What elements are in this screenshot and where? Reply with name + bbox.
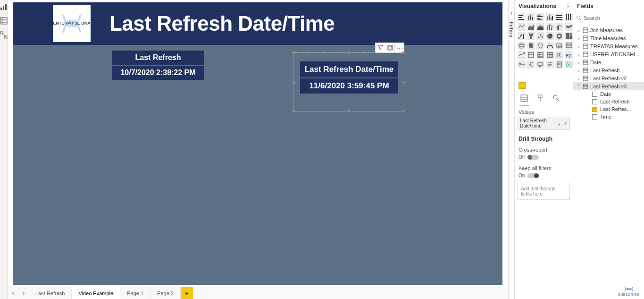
field-row[interactable]: Last Refres... <box>573 105 644 113</box>
resize-handle[interactable] <box>292 110 295 112</box>
arcgis-icon[interactable] <box>565 60 573 68</box>
resize-handle[interactable] <box>292 81 295 84</box>
report-view-icon[interactable] <box>0 3 8 10</box>
field-table-row[interactable]: ⌄Time Measures <box>573 34 644 42</box>
expand-filters-icon[interactable]: ‹ <box>510 9 512 17</box>
tabs-prev-icon[interactable]: ‹ <box>8 287 18 299</box>
report-canvas[interactable]: ENTERPRISE DNA Last Refresh Date/Time La… <box>13 2 502 285</box>
resize-handle[interactable] <box>402 51 405 54</box>
svg-rect-88 <box>538 95 542 97</box>
key-influencers-icon[interactable] <box>518 60 526 68</box>
resize-handle[interactable] <box>292 51 295 54</box>
more-options-icon[interactable]: ⋯ <box>394 43 404 52</box>
field-table-row[interactable]: ⌄USERELATIONSHI... <box>573 50 644 58</box>
python-visual-icon[interactable]: Py <box>565 51 573 59</box>
waterfall-icon[interactable] <box>518 32 526 40</box>
funnel-icon[interactable] <box>527 32 535 40</box>
tabs-next-icon[interactable]: › <box>18 287 29 299</box>
stacked-bar-100-icon[interactable] <box>555 13 563 21</box>
search-input[interactable] <box>584 15 644 21</box>
card-icon[interactable]: 123 <box>555 42 563 50</box>
field-checkbox[interactable] <box>592 92 597 97</box>
table-icon[interactable] <box>536 51 544 59</box>
stacked-area-icon[interactable] <box>536 23 544 31</box>
model-view-icon[interactable] <box>0 31 8 39</box>
smart-narrative-icon[interactable] <box>546 60 554 68</box>
page-tab[interactable]: Last Refresh <box>29 287 72 299</box>
drill-through-drop-zone[interactable]: Add drill-through fields here <box>518 183 570 200</box>
resize-handle[interactable] <box>402 110 405 112</box>
keep-filters-toggle[interactable] <box>527 173 539 178</box>
stacked-bar-icon[interactable] <box>518 13 526 21</box>
field-table-row[interactable]: ⌃Last Refresh v3 <box>573 82 644 90</box>
remove-field-icon[interactable]: ✕ <box>564 121 568 126</box>
fields-tab-icon[interactable] <box>519 94 529 103</box>
chevron-icon[interactable]: ⌄ <box>576 35 581 41</box>
kpi-icon[interactable] <box>518 51 526 59</box>
decomposition-tree-icon[interactable] <box>527 60 535 68</box>
multi-row-card-icon[interactable] <box>565 42 573 50</box>
focus-mode-icon[interactable] <box>385 43 394 52</box>
field-table-row[interactable]: ⌄Date <box>573 58 644 66</box>
treemap-icon[interactable] <box>565 32 573 40</box>
page-tab[interactable]: Video Example <box>72 287 120 299</box>
matrix-icon[interactable] <box>546 51 554 59</box>
line-stacked-column-icon[interactable] <box>546 23 554 31</box>
filter-icon[interactable] <box>376 43 385 52</box>
field-table-row[interactable]: ⌄Job Measures <box>573 26 644 34</box>
filled-map-icon[interactable] <box>527 42 535 50</box>
scatter-icon[interactable] <box>536 32 544 40</box>
analytics-tab-icon[interactable] <box>552 94 561 103</box>
line-clustered-column-icon[interactable] <box>555 23 563 31</box>
map-icon[interactable] <box>518 42 526 50</box>
page-tab[interactable]: Page 1 <box>120 287 151 299</box>
card-last-refresh[interactable]: Last Refresh 10/7/2020 2:38:22 PM <box>112 51 204 80</box>
add-page-button[interactable]: + <box>181 287 193 299</box>
page-tab[interactable]: Page 2 <box>151 287 181 299</box>
collapse-viz-icon[interactable]: › <box>567 3 569 9</box>
field-table-row[interactable]: ⌄TREATAS Measures <box>573 42 644 50</box>
area-chart-icon[interactable] <box>527 23 535 31</box>
gauge-icon[interactable] <box>546 42 554 50</box>
azure-map-icon[interactable] <box>536 42 544 50</box>
chevron-icon[interactable]: ⌄ <box>576 75 581 81</box>
donut-icon[interactable] <box>555 32 563 40</box>
line-chart-icon[interactable] <box>518 23 526 31</box>
format-tab-icon[interactable] <box>535 94 545 103</box>
chevron-icon[interactable]: ⌄ <box>576 51 581 57</box>
clustered-column-icon[interactable] <box>546 13 554 21</box>
chevron-icon[interactable]: ⌄ <box>576 59 581 65</box>
cross-report-toggle[interactable] <box>527 155 539 160</box>
clustered-bar-icon[interactable] <box>536 13 544 21</box>
viz-more-icon[interactable]: ⋯ <box>515 71 573 80</box>
resize-handle[interactable] <box>347 51 350 54</box>
chevron-icon[interactable]: ⌃ <box>576 83 581 89</box>
value-field-pill[interactable]: Last Refresh Date/Time ⌄✕ <box>518 117 570 130</box>
chevron-icon[interactable]: ⌄ <box>576 67 581 73</box>
filters-pane-collapsed[interactable]: ‹ Filters <box>508 0 515 299</box>
resize-handle[interactable] <box>402 81 405 84</box>
field-checkbox[interactable] <box>592 114 597 120</box>
field-checkbox[interactable] <box>592 107 597 112</box>
pie-icon[interactable] <box>546 32 554 40</box>
ribbon-chart-icon[interactable] <box>565 23 573 31</box>
chevron-icon[interactable]: ⌄ <box>576 27 581 33</box>
data-view-icon[interactable] <box>0 17 8 25</box>
chevron-down-icon[interactable]: ⌄ <box>557 121 561 126</box>
field-row[interactable]: Last Refresh <box>573 98 644 105</box>
stacked-column-icon[interactable] <box>527 13 535 21</box>
field-table-row[interactable]: ⌄Last Refresh v2 <box>573 74 644 82</box>
field-row[interactable]: Date <box>573 90 644 98</box>
fields-search[interactable] <box>576 14 644 22</box>
card-last-refresh-datetime-selected[interactable]: ⋯ Last Refresh Date/Time 11/6/2020 3:59:… <box>293 52 404 111</box>
paginated-report-icon[interactable] <box>555 60 563 68</box>
r-visual-icon[interactable]: R <box>555 51 563 59</box>
field-row[interactable]: Time <box>573 113 644 120</box>
chevron-icon[interactable]: ⌄ <box>576 43 581 49</box>
field-table-row[interactable]: ⌄Last Refresh <box>573 66 644 74</box>
slicer-icon[interactable] <box>527 51 535 59</box>
resize-handle[interactable] <box>347 110 350 112</box>
field-checkbox[interactable] <box>592 99 597 104</box>
stacked-column-100-icon[interactable] <box>565 13 573 21</box>
qa-visual-icon[interactable] <box>536 60 544 68</box>
